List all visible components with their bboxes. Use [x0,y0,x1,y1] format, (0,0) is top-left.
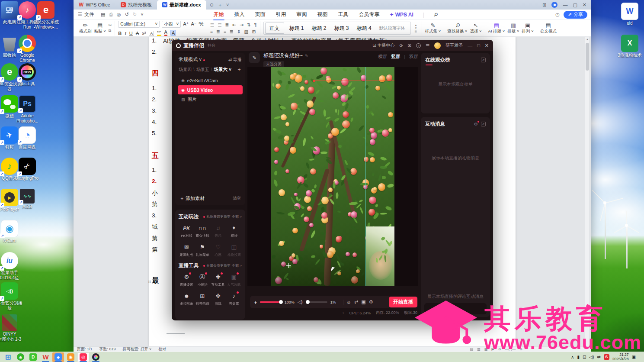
style-cell-3[interactable]: 标题 3 [330,23,353,34]
desktop-icon-chrome[interactable]: ↗Google Chrome [9,35,45,63]
live-minimize-button[interactable]: — [468,43,472,48]
taskbar-icon-bluestacks[interactable] [52,352,64,362]
increase-indent-icon[interactable]: ⇥ [240,22,244,27]
object-anchor-handle[interactable]: ⠿ [148,279,151,284]
live-title-bar[interactable]: 直播伴侣 抖音 ⊡ 主播中心 ⟳ ✉ ? ☰ 研王雅圣 — □ ✕ [172,40,493,51]
popout-icon[interactable]: ⇗ [481,122,486,126]
mode-selector[interactable]: 常规模式 ˅ [179,56,205,63]
taskbar-icon-live-companion[interactable] [77,352,89,362]
anchor-center-button[interactable]: ⊡ 主播中心 [372,42,394,48]
close-button[interactable]: ✕ [583,2,586,8]
paste-button[interactable]: ▤ 粘贴 ˅ [94,23,106,34]
line-spacing-icon[interactable]: ⇕ [237,29,241,34]
font-color-button[interactable]: A [164,29,167,36]
desktop-icon-multi-broadcast[interactable]: ↗多台艺分别播 放 [0,282,28,311]
orientation-1[interactable]: 竖屏 [391,54,400,60]
tab-页面[interactable]: 页面 [255,10,266,19]
font-size-select[interactable]: 小四˅ [162,21,181,28]
style-cell-4[interactable]: 标题 4 [353,23,375,34]
taskbar-icon-camera-app[interactable] [65,352,77,362]
quickbar-chevron-icon[interactable]: ˅ [141,12,143,17]
clear-button[interactable]: 清空 [233,196,241,201]
desktop-icon-qinyy-image[interactable]: QINYY 主图小灯1-3 [0,314,28,342]
see-all-button[interactable]: 全部 > [232,214,242,219]
bold-button[interactable]: B [118,31,122,36]
align-center-icon[interactable]: ≣ [216,29,220,34]
scene-tab-0[interactable]: 场景四 [179,67,192,73]
edit-cover-button[interactable]: ✎ [249,52,260,63]
menu-icon[interactable]: ☰ [426,43,429,48]
source-item[interactable]: ▨图片 [178,95,243,104]
layout-button[interactable]: ▥ 排版 ˅ [507,23,519,34]
scene-tab-1[interactable]: 场景五 [196,67,209,73]
new-tab-button[interactable]: ＋ [218,2,222,8]
tab-工具[interactable]: 工具 [338,10,349,19]
mirror-flip-icon[interactable]: ⇄ [354,299,358,305]
feature-popularity-guide[interactable]: ▣人气攻略 [226,272,242,288]
feature-red-packet[interactable]: ✉定期红包 [179,242,195,258]
number-list-icon[interactable]: ☲ [218,22,221,27]
decrease-indent-icon[interactable]: ⇤ [232,22,236,27]
section-update-link[interactable]: 礼物展馆更新至 全部 > [203,214,242,219]
display-icon[interactable]: ⊡ [583,355,586,359]
sort-icon[interactable]: ⇅ [247,22,251,27]
desktop-icon-ivcam[interactable]: ↗iVCam [0,220,28,243]
clock[interactable]: 21:27 2025/4/28 [612,353,629,362]
feature-interact-tool[interactable]: ✚互动工具 [210,272,226,288]
feature-gift-menu[interactable]: ⚑礼物菜单 [195,242,211,258]
viewers-panel-title[interactable]: 在线观众榜 [425,57,450,63]
network-tray-icon[interactable]: ⇌ [597,355,600,359]
borders-icon[interactable]: ⊞ [252,29,256,34]
shading-icon[interactable]: ▨ [244,29,248,34]
shrink-font-icon[interactable]: A⁻ [191,21,196,27]
undo-icon[interactable]: ↺ [125,12,129,17]
messages-panel-title[interactable]: 互动消息 [425,121,445,127]
desktop-icon-jianying-pro[interactable]: ↗JianyingPro [9,158,45,181]
style-cell-2[interactable]: 标题 2 [308,23,330,34]
feature-game[interactable]: ✜游戏 [210,291,226,307]
align-right-icon[interactable]: ≡ [224,29,226,34]
format-painter-button[interactable]: ✏ 格式刷 [79,23,92,34]
wps-home-tab[interactable]: W WPS Office [74,0,115,10]
camera-icon[interactable]: ▣ [361,299,365,305]
settings-gear-icon[interactable]: ⚙ [369,299,373,305]
desktop-icon-member-system[interactable]: ↗会员分发系统 -Windows-... [28,1,64,30]
desktop-icon-word-doc[interactable]: uid [612,3,644,26]
select-button[interactable]: ↖ 选择 ˅ [470,23,481,34]
search-icon[interactable]: ⚲ [432,11,439,18]
multilevel-list-icon[interactable]: ≣ [225,22,229,27]
clear-format-icon[interactable]: ℀ [199,21,204,27]
feedback-icon[interactable]: ⟳ [399,43,403,48]
char-shading-button[interactable]: A [170,30,176,36]
preview-icon[interactable]: ◎ [117,12,121,17]
speaker-volume-slider[interactable] [306,301,327,303]
category-tag[interactable]: 未选分类 [263,61,284,68]
desktop-icon-baidu-netdisk[interactable]: ↗百度网盘 [9,126,45,150]
message-icon[interactable]: ✉ [408,43,411,48]
director-mode-button[interactable]: ⇄ 导播 [228,57,242,63]
tab-会员专享[interactable]: 会员专享 [359,10,380,19]
style-cell-5[interactable]: 默认段落字体 [375,23,409,34]
popout-icon[interactable]: ⇗ [481,58,486,62]
feature-live-settings[interactable]: ⚙直播设置 [179,272,195,288]
comment-icon[interactable]: ⊙ [210,2,214,8]
live-maximize-button[interactable]: □ [477,43,480,48]
justify-icon[interactable]: ≣ [230,29,234,34]
font-name-select[interactable]: Calibri (正文)˅ [118,21,160,28]
arrange-button[interactable]: ▣ 排列 ˅ [522,23,534,34]
edit-title-icon[interactable]: ✎ [305,54,308,58]
minimize-button[interactable]: — [563,2,567,7]
tray-expand-icon[interactable]: ∧ [571,355,574,359]
stream-title[interactable]: 标题还没有想好~ ✎ [263,52,308,59]
save-icon[interactable]: ▤ [101,12,105,17]
speaker-icon[interactable]: ◁) [298,299,303,305]
highlight-color-button[interactable]: ✏ [157,29,161,36]
maximize-button[interactable]: ▢ [573,2,577,8]
cut-icon[interactable]: ✂ [109,23,112,27]
beauty-icon[interactable]: ☺ [346,300,351,305]
message-settings-gear-icon[interactable]: ⚙ [474,122,478,126]
style-set-button[interactable]: ✎ 样式集 ˅ [425,23,441,34]
add-material-button[interactable]: ＋ 添加素材 [179,195,205,202]
feature-wish[interactable]: ♡心愿 [210,242,226,258]
desktop-icon-photoshop[interactable]: ↗Adobe Photosho... [9,95,45,124]
